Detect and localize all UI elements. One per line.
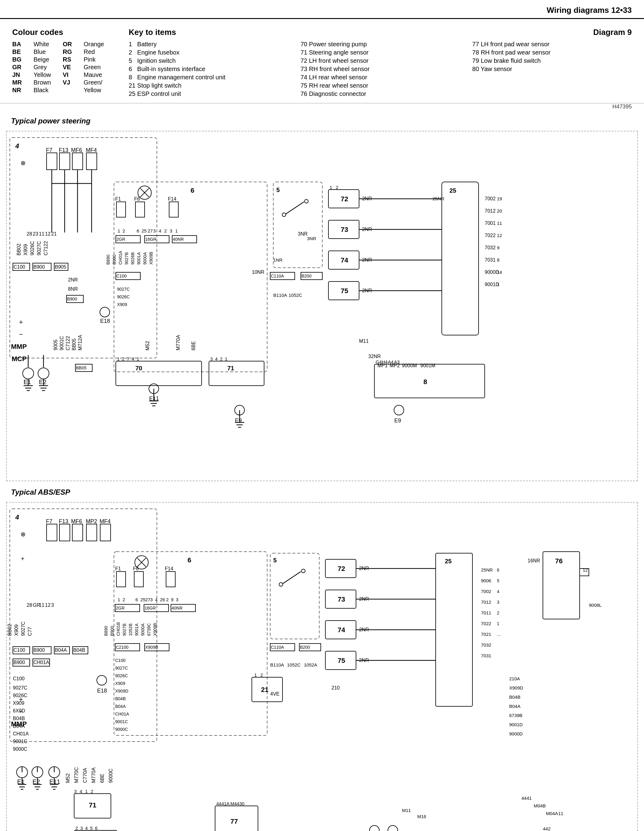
svg-text:9000M: 9000M [402,363,417,368]
svg-text:5: 5 [90,826,92,831]
svg-text:E2: E2 [32,778,40,785]
key-8: 8 Engine management control unit [129,74,288,81]
svg-text:C100: C100 [13,676,24,681]
svg-text:9000C: 9000C [13,747,27,752]
name-Grey: Grey [33,64,57,71]
svg-text:71: 71 [89,801,96,809]
svg-text:9001C: 9001C [13,739,27,744]
svg-point-75 [100,307,110,317]
name-Black: Black [33,87,57,94]
svg-text:X909B: X909B [145,645,158,650]
h-ref: H47395 [0,103,644,110]
svg-text:2: 2 [260,672,263,678]
svg-text:X909D: X909D [115,689,128,694]
svg-text:75: 75 [338,657,345,664]
svg-text:B04B: B04B [509,694,521,700]
svg-text:5: 5 [273,557,277,564]
svg-text:1052A: 1052A [304,662,317,667]
svg-point-31 [23,368,34,379]
key-76: 76 Diagnostic connector [301,90,460,97]
svg-text:C7122: C7122 [43,241,48,255]
svg-line-323 [282,572,301,584]
svg-text:12: 12 [583,567,588,573]
svg-text:2: 2 [166,597,169,602]
svg-text:B04B: B04B [115,696,126,701]
svg-text:E1: E1 [17,778,24,785]
svg-text:7011: 7011 [481,610,491,615]
svg-text:73: 73 [338,595,345,603]
svg-text:C100: C100 [13,648,25,653]
svg-text:6: 6 [191,186,194,194]
svg-text:1: 1 [118,228,120,233]
svg-text:4441A: 4441A [216,801,230,806]
svg-text:1: 1 [497,621,499,626]
svg-text:F14: F14 [165,566,174,571]
svg-text:MP1: MP1 [378,363,387,368]
svg-rect-205 [72,524,83,541]
svg-text:C7122: C7122 [65,336,70,350]
name-Pink: Pink [84,56,110,63]
diagram-label: Diagram 9 [593,27,632,37]
abbr-VI: VI [63,72,78,78]
svg-text:25: 25 [445,558,451,565]
abbr-RG: RG [63,48,78,56]
key-80: 80 Yaw sensor [472,65,632,73]
svg-text:9: 9 [171,597,174,602]
svg-rect-321 [270,553,319,639]
svg-text:442: 442 [543,826,550,831]
svg-text:1: 1 [330,185,332,190]
svg-text:7021: 7021 [481,632,491,637]
svg-text:2GR: 2GR [116,237,125,242]
key-70: 70 Power steering pump [301,41,460,48]
svg-text:2: 2 [75,826,78,831]
svg-rect-5 [59,153,70,170]
svg-text:4: 4 [15,513,19,521]
svg-text:B890: B890 [106,255,111,265]
svg-text:2NR: 2NR [68,277,78,282]
svg-text:21: 21 [261,686,268,694]
svg-text:MCP: MCP [12,355,27,363]
svg-text:9027B: 9027B [122,624,127,636]
svg-point-420 [388,826,398,831]
svg-text:⊗: ⊗ [21,159,26,166]
svg-text:9001D: 9001D [509,722,523,727]
name-Yellow2: Yellow [84,87,110,94]
svg-text:9027C: 9027C [21,621,26,636]
svg-text:8NR: 8NR [68,287,78,291]
svg-text:F13: F13 [59,147,69,153]
svg-text:9027B: 9027B [124,252,129,265]
svg-text:6: 6 [95,826,97,831]
key-72: 72 LH front wheel sensor [301,57,460,64]
abbr-OR: OR [63,41,78,48]
svg-text:3: 3 [153,228,156,233]
svg-text:8: 8 [497,257,499,263]
svg-text:7: 7 [127,356,129,361]
svg-text:M11: M11 [359,339,368,344]
svg-text:MF6: MF6 [71,147,82,153]
svg-text:C100: C100 [116,274,127,279]
abbr-BE: BE [12,48,28,56]
svg-text:2GR: 2GR [116,606,125,610]
svg-text:25NR: 25NR [481,567,493,573]
svg-point-406 [370,826,379,831]
svg-text:1: 1 [225,356,227,361]
svg-rect-105 [273,182,322,268]
svg-text:1: 1 [175,228,178,233]
svg-text:7022: 7022 [481,621,491,626]
name-GreenSlash: Green/ [84,79,110,86]
svg-text:9000A: 9000A [140,623,145,636]
svg-text:7031: 7031 [481,653,491,658]
colour-key-section: Colour codes BA White OR Orange BE Blue … [0,19,644,103]
svg-text:9027C: 9027C [115,665,128,670]
abbr-GR: GR [12,64,28,71]
svg-text:X909: X909 [115,681,125,686]
svg-text:16NR: 16NR [528,558,540,563]
svg-text:CH01B: CH01B [116,622,121,636]
svg-text:3: 3 [80,826,83,831]
svg-text:6: 6 [497,568,499,573]
svg-text:6BE: 6BE [100,774,105,783]
abs-esp-svg: 4 ⊗ + F7 F13 MF6 MP2 MF4 28 GR 11 12 3 B… [7,506,638,831]
svg-text:+: + [19,318,23,326]
name-White: White [33,41,57,48]
svg-text:M4430: M4430 [230,801,244,806]
